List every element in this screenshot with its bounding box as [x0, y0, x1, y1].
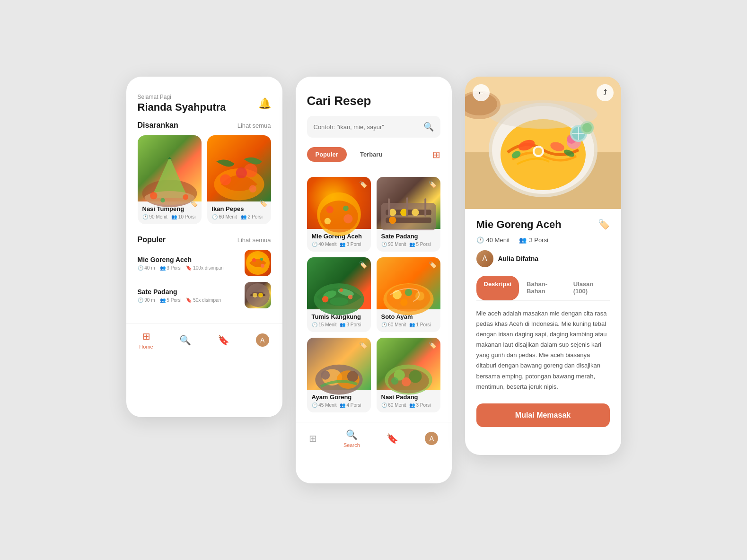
username-text: Rianda Syahputra: [138, 101, 271, 114]
recipe-card-soto[interactable]: Soto Ayam 🕐 60 Menit 👥 1 Porsi 🏷️: [377, 257, 440, 332]
clock-icon: 🕐: [476, 236, 484, 244]
svg-point-47: [404, 289, 412, 296]
svg-rect-35: [406, 197, 408, 216]
sate-time: 🕐 90 m: [138, 298, 155, 303]
svg-point-23: [326, 206, 333, 213]
ayam-card-bookmark[interactable]: 🏷️: [359, 341, 367, 349]
search-input[interactable]: [314, 123, 419, 131]
svg-rect-17: [250, 294, 265, 296]
home-nav-icon: ⊞: [142, 331, 150, 342]
recommended-grid: Nasi Tumpeng 🕐 90 Menit 👥 10 Porsi 🏷️: [126, 135, 282, 236]
svg-point-42: [348, 295, 352, 299]
nav-home[interactable]: ⊞ Home: [139, 331, 153, 350]
recipe-card-ayam[interactable]: Ayam Goreng 🕐 45 Menit 👥 4 Porsi 🏷️: [307, 338, 371, 412]
popular-section: Populer Lihat semua Mie Goreng Aceh 🕐 40…: [126, 236, 282, 316]
svg-point-26: [324, 218, 331, 225]
nav2-avatar: A: [425, 432, 438, 445]
recipe-title-row: Mie Goreng Aceh 🏷️: [476, 219, 610, 231]
popular-sate-name: Sate Padang: [138, 288, 239, 296]
svg-point-40: [330, 298, 348, 306]
nav2-profile[interactable]: A: [425, 432, 438, 445]
popular-list: Mie Goreng Aceh 🕐 40 m 👥 3 Porsi 🔖 100x …: [126, 250, 282, 308]
recipe-bookmark-btn[interactable]: 🏷️: [598, 219, 610, 230]
sate-card-bookmark[interactable]: 🏷️: [429, 181, 437, 188]
svg-point-59: [402, 377, 411, 386]
search-nav-icon: 🔍: [179, 334, 191, 346]
nav2-home-icon: ⊞: [309, 433, 317, 444]
nav-profile[interactable]: A: [256, 333, 269, 347]
tab-ingredients[interactable]: Bahan-Bahan: [519, 276, 566, 300]
nav2-bookmark-icon: 🔖: [387, 433, 398, 444]
recipe-card-nasi[interactable]: Nasi Padang 🕐 60 Menit 👥 3 Porsi 🏷️: [377, 338, 440, 412]
search-header: Cari Resep 🔍 Populer Terbaru ⊞: [296, 77, 452, 177]
recommended-link[interactable]: Lihat semua: [237, 122, 271, 129]
rec-card-ikan-pepes[interactable]: Ikan Pepes 🕐 60 Menit 👥 2 Porsi 🏷️: [207, 135, 271, 224]
nav2-bookmark[interactable]: 🔖: [387, 433, 398, 444]
mie-saved: 🔖 100x disimpan: [186, 265, 223, 271]
recipe-card-sate[interactable]: Sate Padang 🕐 90 Menit 👥 5 Porsi 🏷️: [377, 177, 440, 252]
tab-terbaru[interactable]: Terbaru: [352, 147, 391, 162]
rec-card-nasi-tumpeng[interactable]: Nasi Tumpeng 🕐 90 Menit 👥 10 Porsi 🏷️: [138, 135, 202, 224]
popular-title: Populer: [138, 236, 166, 244]
tab-populer[interactable]: Populer: [307, 147, 347, 162]
share-button[interactable]: ⤴: [597, 84, 614, 101]
tumis-card-bookmark[interactable]: 🏷️: [359, 261, 367, 269]
recipe-card-tumis[interactable]: Tumis Kangkung 🕐 15 Menit 👥 3 Porsi 🏷️: [307, 257, 371, 332]
home-bottom-nav: ⊞ Home 🔍 🔖 A: [126, 324, 282, 359]
mie-card-bookmark[interactable]: 🏷️: [359, 181, 367, 188]
sate-saved: 🔖 50x disimpan: [186, 298, 221, 303]
start-cooking-button[interactable]: Mulai Memasak: [476, 403, 610, 427]
bookmark-nav-icon: 🔖: [218, 334, 229, 346]
nasi-tumpeng-bookmark[interactable]: 🏷️: [190, 200, 198, 207]
svg-point-20: [258, 293, 263, 298]
author-avatar: A: [476, 250, 493, 267]
nasi-tumpeng-image: [138, 135, 202, 201]
ikan-pepes-image: [207, 135, 271, 201]
svg-point-33: [389, 217, 396, 224]
svg-point-69: [535, 148, 542, 155]
svg-point-24: [343, 206, 349, 211]
nasi-card-bookmark[interactable]: 🏷️: [429, 341, 437, 349]
tab-reviews[interactable]: Ulasan (100): [566, 276, 610, 300]
recipe-serving-stat: 👥 3 Porsi: [519, 236, 548, 244]
svg-point-54: [347, 371, 358, 382]
svg-point-49: [400, 299, 407, 306]
recipe-hero-image: ← ⤴: [465, 77, 621, 209]
greeting-text: Selamat Pagi: [138, 94, 271, 100]
svg-point-80: [489, 100, 598, 129]
nav2-home[interactable]: ⊞: [309, 433, 317, 444]
nav2-search[interactable]: 🔍 Search: [343, 429, 360, 448]
search-bottom-nav: ⊞ 🔍 Search 🔖 A: [296, 422, 452, 457]
svg-rect-36: [424, 198, 426, 217]
svg-point-53: [320, 370, 329, 379]
soto-card-bookmark[interactable]: 🏷️: [429, 261, 437, 269]
svg-point-11: [236, 167, 246, 178]
recipe-description: Mie aceh adalah masakan mie dengan cita …: [476, 308, 610, 392]
recipe-time-value: 40 Menit: [486, 236, 510, 244]
bell-icon[interactable]: 🔔: [258, 97, 271, 110]
svg-point-58: [409, 370, 422, 383]
recommended-title: Disarankan: [138, 121, 178, 130]
phone-search: Cari Resep 🔍 Populer Terbaru ⊞: [296, 77, 452, 483]
back-button[interactable]: ←: [473, 84, 490, 101]
phone-home: Selamat Pagi Rianda Syahputra 🔔 Disarank…: [126, 77, 282, 417]
tab-description[interactable]: Deskripsi: [476, 276, 519, 300]
recipe-grid: Mie Goreng Aceh 🕐 40 Menit 👥 3 Porsi 🏷️: [296, 177, 452, 412]
svg-point-46: [392, 290, 401, 299]
search-bar[interactable]: 🔍: [307, 116, 440, 138]
svg-point-13: [252, 258, 256, 262]
popular-item-sate[interactable]: Sate Padang 🕐 90 m 👥 5 Porsi 🔖 50x disim…: [138, 282, 271, 308]
popular-sate-image: [245, 282, 271, 308]
svg-point-8: [220, 174, 231, 185]
popular-link[interactable]: Lihat semua: [237, 236, 271, 244]
recipe-serving-value: 3 Porsi: [529, 236, 548, 244]
grid-view-icon[interactable]: ⊞: [432, 149, 440, 160]
nav-search[interactable]: 🔍: [179, 334, 191, 346]
popular-item-mie[interactable]: Mie Goreng Aceh 🕐 40 m 👥 3 Porsi 🔖 100x …: [138, 250, 271, 276]
nav-bookmark[interactable]: 🔖: [218, 334, 229, 346]
ikan-pepes-bookmark[interactable]: 🏷️: [259, 200, 267, 207]
popular-sate-meta: 🕐 90 m 👥 5 Porsi 🔖 50x disimpan: [138, 298, 239, 303]
recipe-card-mie[interactable]: Mie Goreng Aceh 🕐 40 Menit 👥 3 Porsi 🏷️: [307, 177, 371, 252]
svg-point-43: [339, 289, 343, 292]
filter-tabs: Populer Terbaru ⊞: [307, 147, 440, 162]
